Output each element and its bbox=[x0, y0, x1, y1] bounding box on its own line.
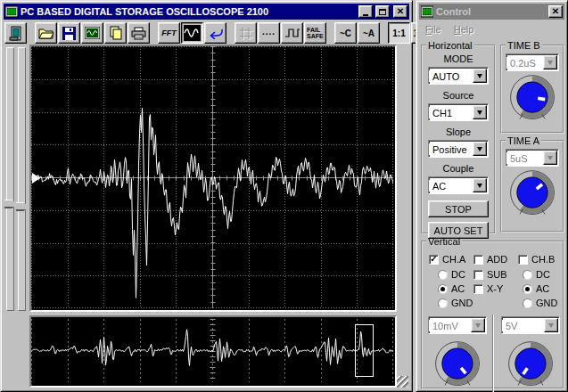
slope-dropdown-arrow-icon[interactable] bbox=[473, 142, 487, 156]
add-checkbox-box: ✓ bbox=[473, 255, 483, 265]
trigger-level-marker[interactable] bbox=[32, 173, 40, 184]
app-icon bbox=[5, 5, 18, 18]
minimize-icon bbox=[363, 14, 368, 16]
cal-a-label: ~A bbox=[363, 29, 375, 38]
chb-dc-radio-circle bbox=[523, 270, 532, 280]
cha-checkbox[interactable]: ✓ CH.A bbox=[429, 254, 465, 265]
failsafe-button[interactable]: FAIL SAFE bbox=[304, 22, 326, 44]
chb-gnd-radio[interactable]: GND bbox=[523, 298, 557, 308]
horizontal-legend: Horizontal bbox=[426, 40, 474, 51]
source-label: Source bbox=[423, 90, 494, 101]
menu-help[interactable]: Help bbox=[449, 22, 480, 37]
undo-arrow-icon bbox=[208, 27, 224, 39]
time-a-dropdown-arrow-icon bbox=[543, 151, 557, 165]
resize-grip[interactable] bbox=[397, 376, 408, 388]
failsafe-label: FAIL SAFE bbox=[305, 27, 325, 39]
open-button[interactable] bbox=[35, 22, 57, 44]
couple-dropdown-arrow-icon[interactable] bbox=[473, 178, 487, 192]
time-b-legend: TIME B bbox=[506, 40, 542, 51]
dotted-line-icon: .... bbox=[262, 27, 276, 37]
sub-checkbox-box: ✓ bbox=[473, 270, 483, 280]
channel-a-position-slider[interactable] bbox=[6, 47, 14, 311]
open-folder-icon bbox=[38, 27, 54, 39]
stop-button[interactable]: STOP bbox=[428, 200, 489, 217]
couple-select[interactable]: AC bbox=[428, 176, 489, 194]
cal-a-button[interactable]: ~A bbox=[358, 22, 380, 44]
close-icon: ✕ bbox=[397, 7, 404, 16]
cal-c-label: ~C bbox=[340, 29, 351, 38]
slope-label: Slope bbox=[423, 127, 494, 137]
time-a-knob[interactable] bbox=[506, 168, 558, 218]
main-window: PC BASED DIGITAL STORAGE OSCILLOSCOPE 21… bbox=[0, 0, 413, 392]
cha-ac-radio[interactable]: AC bbox=[438, 283, 465, 294]
print-button[interactable] bbox=[128, 22, 150, 44]
time-b-dropdown-arrow-icon bbox=[543, 55, 557, 69]
xy-checkbox-box: ✓ bbox=[473, 284, 483, 294]
close-button[interactable]: ✕ bbox=[393, 5, 407, 18]
sub-checkbox[interactable]: ✓ SUB bbox=[473, 269, 507, 280]
screen: PC BASED DIGITAL STORAGE OSCILLOSCOPE 21… bbox=[0, 0, 568, 392]
fft-button[interactable]: FFT bbox=[158, 22, 180, 44]
main-titlebar: PC BASED DIGITAL STORAGE OSCILLOSCOPE 21… bbox=[4, 4, 409, 20]
overview-waveform-canvas bbox=[31, 317, 393, 384]
copy-pages-icon bbox=[109, 26, 123, 40]
control-close-icon: ✕ bbox=[552, 7, 559, 16]
menu-file[interactable]: File bbox=[420, 22, 447, 37]
exit-button[interactable] bbox=[4, 22, 27, 44]
channel-b-position-slider[interactable] bbox=[18, 47, 26, 311]
maximize-icon bbox=[379, 9, 386, 15]
copy-button[interactable] bbox=[104, 22, 127, 44]
slope-select[interactable]: Positive bbox=[428, 140, 489, 158]
control-close-button[interactable]: ✕ bbox=[548, 5, 563, 18]
waveform-toggle-button[interactable] bbox=[181, 22, 203, 44]
menubar: File Help bbox=[420, 21, 479, 37]
dotted-line-button[interactable]: .... bbox=[258, 22, 280, 44]
cha-dc-radio[interactable]: DC bbox=[438, 269, 465, 280]
vertical-group: Vertical ✓ CH.A ✓ ADD ✓ CH.B DC AC bbox=[421, 236, 564, 389]
couple-label: Couple bbox=[423, 163, 494, 174]
chb-dc-radio[interactable]: DC bbox=[523, 269, 550, 280]
ratio-1-1-button[interactable]: 1:1 bbox=[388, 22, 410, 44]
overview-scope-display bbox=[29, 315, 397, 388]
mode-label: MODE bbox=[423, 53, 494, 64]
chb-ac-radio[interactable]: AC bbox=[523, 283, 549, 294]
cha-gnd-radio[interactable]: GND bbox=[438, 298, 473, 308]
mode-select[interactable]: AUTO bbox=[428, 67, 489, 85]
time-b-select: 0.2uS bbox=[506, 53, 559, 71]
chb-ac-radio-circle bbox=[523, 284, 532, 294]
chb-range-arrow-icon bbox=[544, 318, 558, 332]
print-icon bbox=[131, 27, 146, 40]
chb-gnd-radio-circle bbox=[523, 298, 532, 308]
cha-dc-radio-circle bbox=[438, 270, 448, 280]
waveform-toggle-icon bbox=[184, 25, 201, 41]
mode-dropdown-arrow-icon[interactable] bbox=[473, 69, 487, 83]
source-dropdown-arrow-icon[interactable] bbox=[473, 105, 487, 119]
cal-c-button[interactable]: ~C bbox=[334, 22, 357, 44]
time-b-knob[interactable] bbox=[506, 73, 558, 123]
overview-selection[interactable] bbox=[355, 324, 374, 377]
undo-button[interactable] bbox=[204, 22, 226, 44]
vertical-divider bbox=[492, 314, 494, 392]
main-scope-display bbox=[29, 45, 397, 312]
time-a-legend: TIME A bbox=[506, 135, 541, 146]
cha-gain-knob[interactable] bbox=[432, 339, 483, 389]
save-button[interactable] bbox=[58, 22, 80, 44]
maximize-button[interactable] bbox=[375, 5, 390, 18]
xy-checkbox[interactable]: ✓ X-Y bbox=[473, 283, 503, 294]
source-select[interactable]: CH1 bbox=[428, 103, 489, 121]
chb-checkbox[interactable]: ✓ CH.B bbox=[518, 254, 555, 265]
minimize-button[interactable] bbox=[358, 5, 373, 18]
slider-b-thumb[interactable] bbox=[16, 202, 29, 211]
control-titlebar: Control ✕ bbox=[419, 4, 564, 20]
chb-range-select: 5V bbox=[501, 316, 560, 334]
grid-toggle-button[interactable] bbox=[235, 22, 257, 44]
slider-a-thumb[interactable] bbox=[4, 200, 17, 208]
control-window-title: Control bbox=[436, 6, 546, 17]
square-wave-button[interactable] bbox=[281, 22, 303, 44]
add-checkbox[interactable]: ✓ ADD bbox=[473, 254, 507, 265]
capture-display-button[interactable] bbox=[81, 22, 103, 44]
chb-gain-knob[interactable] bbox=[505, 339, 556, 389]
exit-door-icon bbox=[8, 26, 24, 41]
cha-range-arrow-icon bbox=[471, 318, 485, 332]
cha-ac-radio-circle bbox=[438, 284, 448, 294]
